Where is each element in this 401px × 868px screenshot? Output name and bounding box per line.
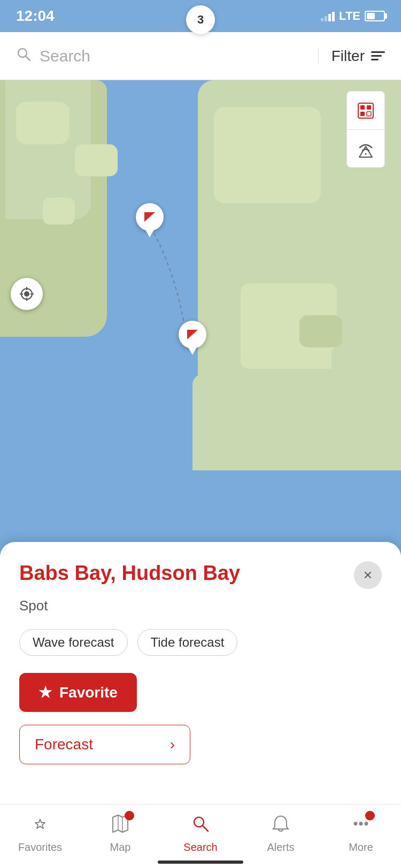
sheet-header: Babs Bay, Hudson Bay × [19,561,382,589]
pin-flag-2 [187,330,198,339]
filter-icon [371,51,385,60]
more-badge [365,811,375,820]
tab-favorites[interactable]: Favorites [0,814,80,854]
svg-rect-6 [367,112,371,116]
favorite-button[interactable]: ★ Favorite [19,673,137,712]
svg-point-19 [354,821,358,825]
map-land-small [299,315,342,347]
filter-button[interactable]: Filter [318,48,385,65]
wave-forecast-tag[interactable]: Wave forecast [19,629,128,656]
svg-line-1 [26,56,30,60]
map-terrain-button[interactable] [346,129,385,168]
star-icon: ★ [38,684,52,701]
forecast-label: Forecast [35,736,93,753]
search-placeholder: Search [40,47,90,65]
svg-marker-7 [359,146,372,157]
lte-label: LTE [339,9,360,23]
pin-tail-1 [145,230,154,237]
bottom-sheet: Babs Bay, Hudson Bay × Spot Wave forecas… [0,542,401,804]
battery-icon [365,11,385,21]
favorites-icon [30,814,50,838]
signal-icon [321,11,335,21]
tag-row: Wave forecast Tide forecast [19,629,382,656]
forecast-button[interactable]: Forecast › [19,725,190,764]
pin-tail-2 [188,347,197,355]
search-input-area[interactable]: Search [16,46,318,65]
pin-circle-2 [179,321,206,348]
map-land-bottom [192,374,401,470]
map-controls [346,91,385,168]
tab-more-label: More [349,841,373,854]
tab-alerts[interactable]: Alerts [241,814,321,854]
svg-rect-3 [360,105,365,110]
svg-rect-5 [360,112,365,116]
tab-bar: Favorites Map Search [0,804,401,868]
more-icon [351,814,371,838]
search-icon [16,46,31,65]
status-time: 12:04 [16,7,55,25]
svg-rect-4 [367,105,371,110]
favorite-label: Favorite [59,684,118,701]
pin-circle-1 [136,203,164,231]
map-badge [125,811,134,820]
search-bar: Search Filter [0,32,401,80]
map-land-3 [16,102,70,144]
tab-more[interactable]: More [321,814,401,854]
map-pin-1[interactable] [134,203,166,241]
tab-alerts-label: Alerts [267,841,294,854]
map-icon [111,814,130,838]
filter-label: Filter [331,48,365,65]
pin-flag-1 [144,212,155,222]
status-icons: LTE [321,9,385,23]
close-button[interactable]: × [354,561,382,589]
spot-title: Babs Bay, Hudson Bay [19,561,354,586]
tab-search[interactable]: Search [160,814,241,854]
map-area[interactable] [0,80,401,470]
tab-map-label: Map [110,841,131,854]
tab-favorites-label: Favorites [18,841,62,854]
location-button[interactable] [11,278,43,310]
map-land-small2 [331,347,364,374]
spot-subtitle: Spot [19,598,382,614]
svg-point-21 [365,821,368,825]
tab-search-label: Search [183,841,217,854]
notification-bubble[interactable]: 3 [186,5,215,34]
svg-line-18 [203,826,208,831]
svg-point-8 [24,291,29,297]
search-tab-icon [191,814,210,838]
map-pin-2[interactable] [176,321,209,358]
svg-point-20 [359,821,363,825]
home-indicator [158,861,243,864]
map-land-inner2 [43,198,75,224]
tab-map[interactable]: Map [80,814,160,854]
tide-forecast-tag[interactable]: Tide forecast [137,629,238,656]
alerts-icon [271,814,290,838]
map-layers-button[interactable] [346,91,385,129]
chevron-right-icon: › [170,736,175,753]
map-land-right-detail [214,107,321,203]
map-land-inner [75,144,118,176]
